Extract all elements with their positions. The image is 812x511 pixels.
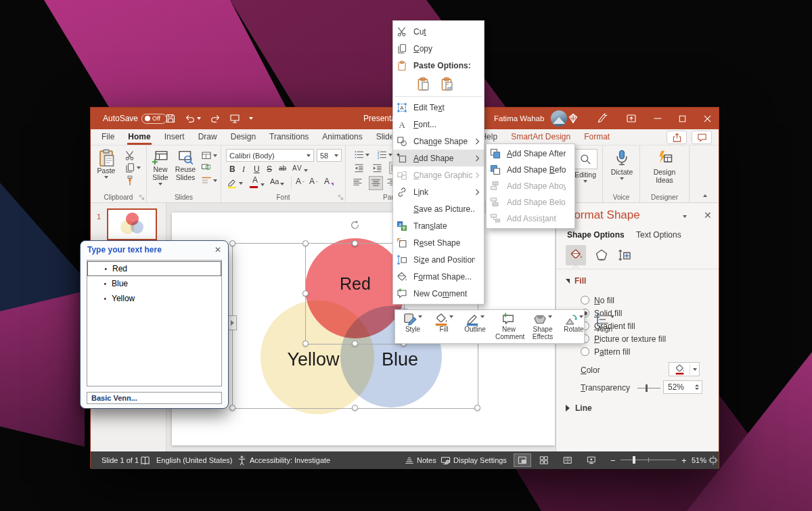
numbering-button[interactable]: 123 <box>377 150 392 160</box>
quick-access-more-icon[interactable] <box>249 117 253 120</box>
clipboard-dialog-launcher-icon[interactable] <box>139 194 145 200</box>
line-section-header[interactable]: Line <box>566 403 592 413</box>
dictate-button[interactable]: Dictate <box>608 150 635 180</box>
paste-picture-icon[interactable] <box>438 75 456 93</box>
format-painter-button[interactable] <box>125 175 135 186</box>
text-pane-layout-name[interactable]: Basic Venn... <box>91 394 137 402</box>
effects-tool-button[interactable] <box>591 245 612 265</box>
text-pane-item-red[interactable]: • Red <box>87 261 221 276</box>
font-dialog-launcher-icon[interactable] <box>338 194 344 200</box>
mini-outline-button[interactable]: Outline <box>459 311 491 342</box>
transparency-slider-thumb[interactable] <box>646 384 648 392</box>
font-color-caret[interactable] <box>261 183 265 186</box>
highlight-color-button[interactable] <box>227 178 243 189</box>
fill-option-no-fill[interactable]: No fill <box>556 294 719 307</box>
size-properties-tool-button[interactable] <box>614 245 635 265</box>
slide-thumbnail[interactable] <box>107 208 157 240</box>
tab-smartart-design[interactable]: SmartArt Design <box>504 130 577 145</box>
reuse-slides-button[interactable]: Reuse Slides <box>173 149 198 181</box>
new-slide-button[interactable]: New Slide <box>149 149 172 185</box>
tab-format[interactable]: Format <box>577 130 616 145</box>
context-menu-item-format-shape[interactable]: Format Shape... <box>393 268 484 285</box>
notes-button[interactable]: Notes <box>405 451 436 469</box>
mini-rotate-button[interactable]: Rotate <box>558 311 589 342</box>
context-menu-item-font[interactable]: A Font... <box>393 116 484 133</box>
tab-animations[interactable]: Animations <box>315 130 369 145</box>
change-case-button[interactable]: Aa <box>270 177 284 185</box>
zoom-level[interactable]: 51% <box>692 451 706 469</box>
share-button[interactable] <box>667 131 687 144</box>
close-button[interactable] <box>695 108 720 129</box>
submenu-item-add-shape-after[interactable]: Add Shape After <box>487 146 574 162</box>
submenu-item-add-shape-before[interactable]: Add Shape Before <box>487 162 574 178</box>
zoom-in-button[interactable]: + <box>681 451 687 469</box>
context-menu-item-change-shape[interactable]: Change Shape <box>393 133 484 150</box>
strikethrough-button[interactable]: S <box>267 164 272 174</box>
tab-file[interactable]: File <box>95 130 121 145</box>
selection-handle[interactable] <box>302 240 309 246</box>
account-name[interactable]: Fatima Wahab <box>494 114 544 123</box>
selection-handle[interactable] <box>474 405 480 411</box>
slideshow-view-button[interactable] <box>587 451 596 469</box>
avatar[interactable] <box>551 110 567 127</box>
context-menu-item-cut[interactable]: Cut <box>393 23 484 40</box>
selection-handle[interactable] <box>302 290 309 296</box>
undo-button[interactable] <box>185 113 201 124</box>
paste-button[interactable]: Paste <box>94 149 118 179</box>
zoom-out-button[interactable]: − <box>610 451 616 469</box>
rotate-handle-icon[interactable] <box>349 219 361 231</box>
font-size-select[interactable]: 58 <box>317 149 342 162</box>
tab-draw[interactable]: Draw <box>191 130 224 145</box>
mini-fill-button[interactable]: Fill <box>428 311 459 342</box>
fill-section-header[interactable]: Fill <box>566 276 586 286</box>
decrease-indent-button[interactable] <box>354 163 364 173</box>
context-menu-item-add-shape[interactable]: Add Shape <box>393 150 484 166</box>
ribbon-display-icon[interactable] <box>626 113 637 124</box>
tab-shape-options[interactable]: Shape Options <box>567 230 625 240</box>
text-pane-item-blue[interactable]: • Blue <box>87 276 221 291</box>
transparency-spinner[interactable]: 52% <box>663 380 702 394</box>
mini-new-comment-button[interactable]: New Comment <box>493 311 524 342</box>
clear-formatting-button[interactable]: A <box>324 177 334 186</box>
bold-button[interactable]: B <box>229 164 235 174</box>
display-settings-button[interactable]: Display Settings <box>441 451 507 469</box>
spinner-down-icon[interactable] <box>695 388 699 390</box>
context-menu-item-edit-text[interactable]: A Edit Text <box>393 99 484 116</box>
fit-slide-icon[interactable] <box>708 451 718 469</box>
grow-font-button[interactable]: Aˆ <box>296 177 304 186</box>
mini-style-button[interactable]: Style <box>397 311 428 342</box>
redo-icon[interactable] <box>210 113 221 124</box>
align-left-button[interactable] <box>353 177 363 187</box>
context-menu-item-copy[interactable]: Copy <box>393 40 484 57</box>
zoom-slider-thumb[interactable] <box>633 456 635 464</box>
align-center-button[interactable] <box>369 176 383 190</box>
paste-keep-icon[interactable] <box>415 75 432 93</box>
mini-shape-effects-button[interactable]: Shape Effects <box>527 311 558 342</box>
text-pane-toggle-button[interactable] <box>227 315 237 330</box>
transparency-slider[interactable] <box>637 388 660 388</box>
design-ideas-button[interactable]: Design Ideas <box>649 150 680 184</box>
fill-line-tool-button[interactable] <box>566 245 586 265</box>
tab-design[interactable]: Design <box>224 130 263 145</box>
bullets-button[interactable] <box>354 150 369 160</box>
reset-slide-button[interactable] <box>201 162 212 173</box>
selection-handle[interactable] <box>352 340 358 347</box>
copy-button[interactable] <box>125 162 141 173</box>
slide-layout-button[interactable] <box>201 150 217 161</box>
section-button[interactable] <box>201 175 217 186</box>
context-menu-item-new-comment[interactable]: New Comment <box>393 285 484 302</box>
shape-selection-frame[interactable] <box>305 243 405 345</box>
context-menu-item-paste-options[interactable]: Paste Options: <box>393 57 484 74</box>
spell-check-icon[interactable] <box>140 451 150 469</box>
comments-button[interactable] <box>692 131 712 144</box>
character-spacing-button[interactable]: AV <box>292 164 308 172</box>
tab-insert[interactable]: Insert <box>158 130 191 145</box>
start-slideshow-icon[interactable] <box>229 113 240 124</box>
tab-home[interactable]: Home <box>121 130 157 145</box>
fill-option-pattern-fill[interactable]: Pattern fill <box>556 345 719 358</box>
fill-color-button[interactable] <box>669 362 700 376</box>
context-menu-item-link[interactable]: Link <box>393 183 484 200</box>
underline-button[interactable]: U <box>254 164 260 174</box>
selection-handle[interactable] <box>229 405 235 411</box>
tab-transitions[interactable]: Transitions <box>263 130 315 145</box>
